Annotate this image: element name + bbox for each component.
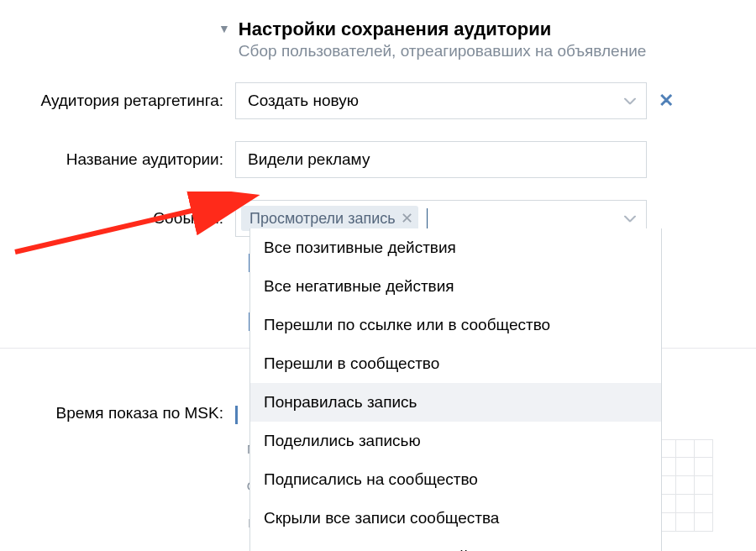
schedule-cell[interactable] bbox=[695, 476, 713, 495]
events-dropdown: Все позитивные действияВсе негативные де… bbox=[249, 228, 662, 551]
collapse-triangle-icon[interactable]: ▼ bbox=[218, 22, 230, 35]
retargeting-audience-select[interactable]: Создать новую bbox=[235, 82, 647, 119]
schedule-cell[interactable] bbox=[676, 439, 695, 458]
event-token-label: Просмотрели запись bbox=[249, 210, 396, 228]
audience-name-input[interactable] bbox=[235, 141, 647, 178]
audience-name-row: Название аудитории: bbox=[0, 141, 756, 178]
dropdown-option[interactable]: Поделились записью bbox=[250, 422, 661, 460]
dropdown-option[interactable]: Перешли в сообщество bbox=[250, 344, 661, 383]
section-title: Настройки сохранения аудитории bbox=[239, 18, 647, 40]
schedule-cell[interactable] bbox=[676, 458, 695, 476]
schedule-cell[interactable] bbox=[695, 495, 713, 513]
schedule-cell[interactable] bbox=[695, 439, 713, 458]
retargeting-audience-label: Аудитория ретаргетинга: bbox=[0, 92, 235, 110]
dropdown-option[interactable]: Скрыли все записи сообщества bbox=[250, 499, 661, 538]
dropdown-option[interactable]: Понравилась запись bbox=[250, 383, 661, 422]
event-token: Просмотрели запись ✕ bbox=[241, 206, 418, 231]
text-cursor bbox=[427, 208, 428, 228]
section-header: ▼ Настройки сохранения аудитории Сбор по… bbox=[0, 0, 756, 60]
dropdown-option[interactable]: Перешли по ссылке или в сообщество bbox=[250, 306, 661, 344]
dropdown-option[interactable]: Все позитивные действия bbox=[250, 228, 661, 267]
remove-token-icon[interactable]: ✕ bbox=[401, 209, 413, 228]
dropdown-option[interactable]: Все негативные действия bbox=[250, 267, 661, 306]
dropdown-option[interactable]: Скрыли запись из новостей bbox=[250, 538, 661, 551]
audience-name-label: Название аудитории: bbox=[0, 150, 235, 169]
retargeting-audience-value: Создать новую bbox=[248, 92, 359, 110]
retargeting-audience-row: Аудитория ретаргетинга: Создать новую ✕ bbox=[0, 82, 756, 119]
section-subtitle: Сбор пользователей, отреагировавших на о… bbox=[239, 42, 647, 60]
schedule-cell[interactable] bbox=[695, 513, 713, 532]
chevron-down-icon bbox=[624, 213, 636, 225]
schedule-cell[interactable] bbox=[676, 476, 695, 495]
chevron-down-icon bbox=[624, 95, 636, 108]
events-label: События: bbox=[0, 209, 235, 228]
schedule-cell[interactable] bbox=[676, 513, 695, 532]
dropdown-option[interactable]: Подписались на сообщество bbox=[250, 460, 661, 499]
schedule-cell[interactable] bbox=[695, 458, 713, 476]
time-label: Время показа по MSK: bbox=[0, 399, 235, 422]
remove-audience-button[interactable]: ✕ bbox=[659, 90, 674, 112]
schedule-cell[interactable] bbox=[676, 495, 695, 513]
